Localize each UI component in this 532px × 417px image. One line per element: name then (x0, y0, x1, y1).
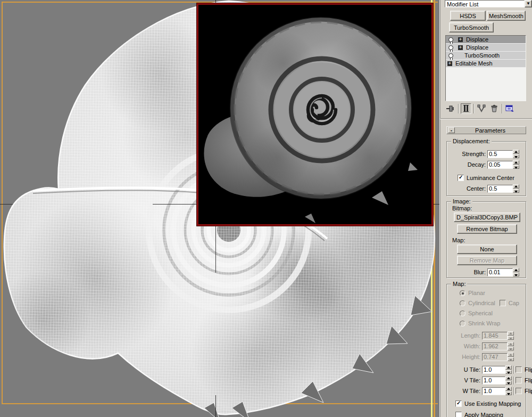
apply-mapping-row: Apply Mapping (455, 411, 503, 417)
shrink-wrap-radio-row: Shrink Wrap (460, 319, 500, 328)
remove-map-button[interactable]: Remove Map (457, 256, 517, 265)
w-tile-spinner[interactable] (505, 387, 512, 395)
strength-row: Strength: (450, 150, 519, 158)
width-input[interactable] (482, 342, 508, 350)
spherical-radio[interactable] (460, 310, 466, 316)
stack-item-label: TurboSmooth (464, 52, 500, 59)
shrink-wrap-radio[interactable] (460, 321, 466, 326)
strength-input[interactable] (487, 150, 513, 158)
turbosmooth-button[interactable]: TurboSmooth (449, 22, 494, 32)
u-tile-label: U Tile: (449, 366, 482, 373)
v-flip-label: Flip (522, 377, 532, 383)
expand-icon[interactable]: + (458, 37, 463, 42)
v-tile-input[interactable] (482, 377, 505, 385)
displacement-group-legend: Displacement: (451, 138, 492, 144)
modifier-stack-list: + Displace + Displace TurboSmooth + Edit… (445, 35, 526, 101)
w-flip-checkbox[interactable] (516, 388, 522, 394)
visibility-bulb-icon[interactable] (448, 53, 453, 58)
u-tile-input[interactable] (482, 366, 505, 374)
width-spinner[interactable] (508, 342, 514, 350)
height-input[interactable] (482, 353, 508, 361)
shrink-wrap-label: Shrink Wrap (466, 320, 500, 326)
decay-input[interactable] (487, 161, 513, 169)
bitmap-file-name: D_Spiral3DCopy3.BMP (456, 214, 518, 220)
stack-item-displace-2[interactable]: + Displace (446, 44, 526, 52)
axis-overlay-mid (215, 224, 216, 273)
meshsmooth-button[interactable]: MeshSmooth (487, 11, 526, 21)
center-input[interactable] (487, 185, 513, 193)
show-end-result-icon[interactable] (461, 103, 471, 114)
u-flip-checkbox[interactable] (516, 366, 522, 373)
pin-stack-icon[interactable] (445, 103, 456, 114)
luminance-center-row: ✓ Luminance Center (458, 174, 514, 182)
height-spinner[interactable] (508, 353, 514, 361)
remove-modifier-icon[interactable] (489, 103, 500, 114)
width-row: Width: (449, 342, 514, 350)
height-label: Height: (449, 354, 482, 360)
v-tile-spinner[interactable] (505, 376, 512, 385)
remove-bitmap-button[interactable]: Remove Bitmap (457, 224, 517, 234)
parameters-rollout-header[interactable]: - Parameters (446, 126, 526, 134)
length-input[interactable] (482, 332, 508, 340)
stack-toolbar (445, 103, 526, 115)
strength-spinner[interactable] (513, 150, 519, 158)
apply-mapping-label: Apply Mapping (462, 412, 503, 417)
stack-item-label: Editable Mesh (455, 60, 493, 67)
make-unique-icon[interactable] (476, 103, 487, 114)
length-row: Length: (449, 331, 514, 340)
modifier-list-arrow-button[interactable]: ▼ (525, 0, 532, 7)
toolbar-separator (502, 104, 502, 113)
blur-spinner[interactable] (513, 268, 519, 276)
stack-item-editable-mesh[interactable]: + Editable Mesh (446, 60, 526, 68)
cylindrical-radio-row: Cylindrical Cap (460, 299, 519, 307)
apply-mapping-checkbox[interactable] (455, 412, 462, 417)
viewport[interactable] (0, 0, 439, 417)
modifier-list-dropdown[interactable]: Modifier List (445, 0, 525, 7)
center-label: Center: (450, 185, 487, 192)
w-tile-label: W Tile: (449, 388, 482, 394)
w-tile-input[interactable] (482, 387, 505, 395)
rendered-frame-window[interactable] (197, 3, 433, 226)
cylindrical-radio[interactable] (460, 300, 466, 306)
blur-row: Blur: (450, 268, 519, 276)
displacement-group: Displacement: Strength: Decay: ✓ Luminan… (446, 141, 526, 196)
configure-modifier-sets-icon[interactable] (504, 103, 515, 114)
remove-bitmap-label: Remove Bitmap (466, 226, 508, 232)
hsds-button[interactable]: HSDS (450, 11, 486, 21)
length-spinner[interactable] (508, 331, 514, 340)
turbosmooth-button-label: TurboSmooth (454, 24, 489, 31)
map-group-legend: Map: (451, 281, 467, 287)
u-flip-label: Flip (522, 366, 532, 373)
axis-overlay-bottom (215, 395, 216, 417)
axis-overlay-left (153, 204, 199, 205)
use-existing-mapping-checkbox[interactable]: ✓ (455, 400, 462, 407)
expand-icon[interactable]: + (447, 61, 452, 66)
planar-radio-row: Planar (460, 289, 485, 297)
blur-input[interactable] (487, 268, 513, 276)
v-flip-checkbox[interactable] (516, 377, 522, 383)
bitmap-file-button[interactable]: D_Spiral3DCopy3.BMP (454, 212, 520, 222)
hsds-button-label: HSDS (460, 13, 476, 19)
separator (513, 377, 514, 385)
center-row: Center: (450, 184, 519, 193)
stack-item-turbosmooth[interactable]: TurboSmooth (446, 52, 526, 60)
separator (513, 387, 514, 395)
u-tile-spinner[interactable] (505, 365, 512, 374)
collapse-icon[interactable]: - (448, 127, 455, 133)
expand-icon[interactable]: + (458, 45, 463, 50)
luminance-center-checkbox[interactable]: ✓ (458, 175, 464, 181)
visibility-bulb-icon[interactable] (448, 37, 453, 42)
image-group: Image: Bitmap: D_Spiral3DCopy3.BMP Remov… (446, 201, 526, 278)
map-group: Map: Planar Cylindrical Cap Spherical Sh… (446, 284, 526, 417)
center-spinner[interactable] (513, 184, 519, 193)
planar-label: Planar (466, 290, 485, 296)
u-tile-row: U Tile: Flip (449, 365, 532, 374)
decay-spinner[interactable] (513, 160, 519, 169)
cap-label: Cap (506, 300, 519, 306)
visibility-bulb-icon[interactable] (448, 45, 453, 50)
planar-radio[interactable] (460, 290, 466, 296)
cap-checkbox[interactable] (500, 300, 506, 306)
map-none-button[interactable]: None (457, 244, 517, 254)
stack-item-displace-1[interactable]: + Displace (446, 36, 526, 44)
chevron-down-icon: ▼ (526, 2, 530, 6)
